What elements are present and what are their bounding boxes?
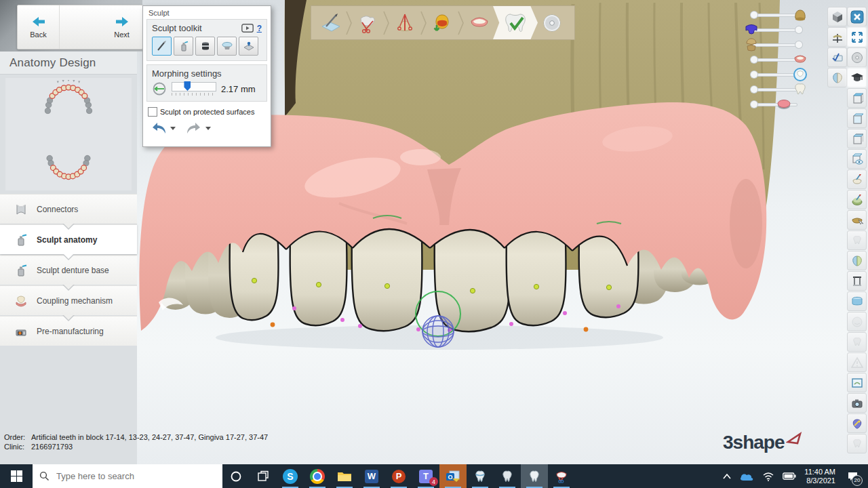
sculpt-guides-button[interactable] — [847, 190, 867, 209]
workflow-step-denture-try-in[interactable] — [460, 6, 498, 39]
tooth-tool-disabled-button — [847, 230, 867, 250]
measure-caliper-button[interactable] — [847, 271, 867, 291]
slider-teeth[interactable] — [748, 83, 805, 96]
slider-gingiva[interactable] — [748, 54, 805, 66]
skype-button[interactable]: S — [277, 464, 304, 488]
chrome-button[interactable] — [304, 464, 331, 488]
teams-button[interactable]: T 4 — [412, 464, 439, 488]
slider-handle[interactable] — [751, 86, 757, 93]
tool-add-remove-material[interactable] — [152, 37, 172, 56]
magic-anatomy-button[interactable] — [847, 413, 867, 433]
spray-can-icon — [178, 40, 190, 52]
wifi-icon[interactable] — [762, 472, 774, 481]
slider-upper-scan[interactable] — [748, 9, 805, 22]
redo-button[interactable] — [185, 121, 211, 135]
battery-icon[interactable] — [783, 472, 796, 480]
slider-jaw-model[interactable] — [748, 39, 805, 52]
slider-track[interactable] — [172, 82, 216, 92]
sidebar-item-label: Connectors — [37, 205, 78, 214]
sidebar-item-connectors[interactable]: Connectors — [0, 194, 137, 224]
tool-wax-knife[interactable] — [195, 37, 215, 56]
page-title: Anatomy Design — [0, 52, 137, 75]
connector-icon — [14, 202, 28, 217]
close-view-button[interactable] — [847, 7, 867, 26]
workflow-step-pour-model[interactable] — [423, 6, 460, 39]
undo-button[interactable] — [150, 121, 176, 135]
tool-spray-build[interactable] — [174, 37, 193, 56]
workflow-step-insertion-direction[interactable] — [386, 6, 423, 39]
protected-surfaces-row[interactable]: Sculpt on protected surfaces — [143, 105, 271, 119]
morph-radius-icon[interactable] — [152, 81, 167, 96]
action-center-button[interactable]: 20 — [844, 468, 861, 485]
dental-app-1-button[interactable] — [467, 464, 494, 488]
undo-dropdown-caret[interactable] — [170, 127, 176, 130]
view-cube-iso-button[interactable] — [847, 108, 867, 128]
tool-flatten-plane[interactable] — [239, 37, 258, 56]
snapshot-window-button[interactable] — [847, 373, 867, 392]
pick-region-button[interactable] — [847, 210, 867, 230]
view-cube-top-button[interactable] — [847, 88, 867, 108]
slider-cut-plane[interactable] — [748, 98, 805, 111]
slider-handle[interactable] — [795, 26, 802, 33]
back-button[interactable]: Back — [18, 5, 59, 49]
next-button[interactable]: Next — [101, 5, 142, 49]
morphing-slider[interactable] — [172, 82, 216, 96]
dental-chart-preview[interactable] — [5, 78, 132, 190]
sidebar-item-label: Sculpt anatomy — [37, 235, 97, 245]
slider-handle[interactable] — [751, 12, 757, 18]
next-label: Next — [114, 30, 130, 39]
toolkit-title: Sculpt toolkit — [152, 23, 202, 33]
cortana-icon — [230, 470, 242, 483]
camera-snapshot-button[interactable] — [847, 393, 867, 413]
workflow-step-plan[interactable] — [311, 6, 349, 39]
slider-handle[interactable] — [751, 101, 757, 108]
coordinate-axes-button[interactable] — [827, 27, 847, 47]
slider-handle[interactable] — [751, 71, 757, 78]
help-link[interactable]: ? — [257, 24, 262, 33]
outlook-button-active[interactable]: O — [439, 464, 467, 488]
probe-tooth-button[interactable] — [847, 169, 867, 189]
redo-dropdown-caret[interactable] — [205, 127, 211, 130]
workflow-step-bar — [311, 5, 575, 40]
tool-smooth-disc[interactable] — [217, 37, 237, 56]
view-cube-front-button[interactable] — [847, 129, 867, 148]
taskbar-search[interactable] — [33, 464, 222, 488]
fit-to-view-button[interactable] — [847, 27, 867, 47]
clock[interactable]: 11:40 AM 8/3/2021 — [804, 468, 835, 485]
word-button[interactable]: W — [358, 464, 385, 488]
pour-model-icon — [431, 13, 453, 33]
tray-expand-chevron[interactable] — [723, 474, 731, 479]
video-help-icon[interactable] — [241, 24, 254, 33]
cross-section-disc-button[interactable] — [847, 47, 867, 67]
upper-arch — [45, 85, 92, 114]
workflow-step-finalize-denture[interactable] — [493, 6, 538, 39]
view-orientation-cube-button[interactable] — [827, 7, 847, 26]
dental-app-4-button[interactable] — [548, 464, 575, 488]
slider-antagonist-scan[interactable] — [748, 24, 805, 37]
view-cube-eye-button[interactable] — [847, 149, 867, 169]
slider-handle[interactable] — [751, 56, 757, 63]
finalize-tooth-check-icon — [504, 12, 527, 34]
cortana-button[interactable] — [222, 464, 250, 488]
view-toolbar-top — [827, 7, 867, 88]
workflow-step-manufacture[interactable] — [533, 6, 570, 39]
workflow-step-segmentation[interactable] — [349, 6, 386, 39]
dental-app-3-button-active[interactable] — [521, 464, 548, 488]
slider-handle[interactable] — [795, 41, 802, 48]
measurement-button[interactable] — [827, 47, 847, 67]
protected-surfaces-checkbox[interactable] — [148, 107, 157, 117]
tutorial-button[interactable] — [847, 68, 867, 87]
task-view-button[interactable] — [250, 464, 277, 488]
compare-split-view-button[interactable] — [827, 68, 847, 87]
file-explorer-button[interactable] — [331, 464, 358, 488]
start-button[interactable] — [0, 464, 33, 488]
3shape-logo: 3shape — [723, 432, 804, 453]
tooth-gray-icon — [851, 438, 863, 450]
search-input[interactable] — [55, 470, 193, 482]
powerpoint-button[interactable]: P — [385, 464, 412, 488]
dental-app-2-button[interactable] — [494, 464, 521, 488]
material-container-button[interactable] — [847, 291, 867, 311]
onedrive-icon[interactable] — [739, 472, 754, 481]
split-compare-button[interactable] — [847, 251, 867, 270]
slider-selected-tooth[interactable] — [748, 68, 805, 81]
